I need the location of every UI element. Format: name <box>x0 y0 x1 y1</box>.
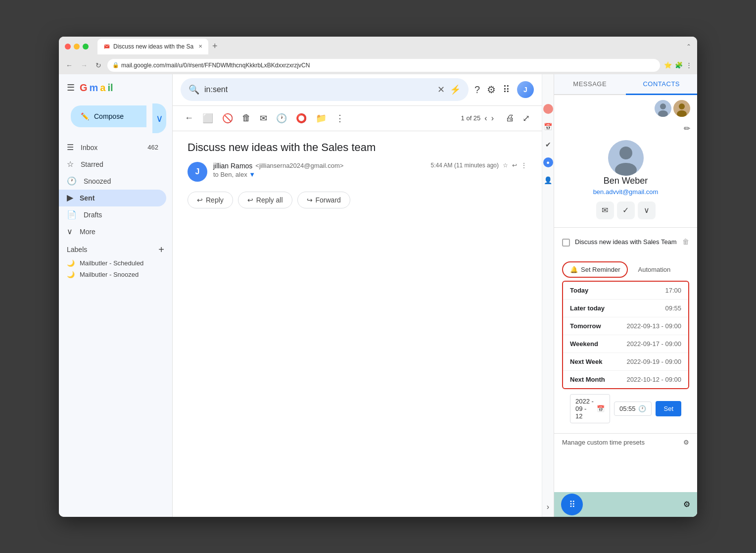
star-email-btn[interactable]: ☆ <box>503 162 508 169</box>
sidebar-item-starred[interactable]: ☆ Starred <box>59 156 166 173</box>
hamburger-menu-icon[interactable]: ☰ <box>67 82 75 93</box>
contact-email[interactable]: ben.advvit@gmail.com <box>593 188 659 196</box>
tab-message[interactable]: MESSAGE <box>554 74 626 94</box>
email-options-btn[interactable]: ⋮ <box>521 162 527 169</box>
strip-expand-btn[interactable]: › <box>543 502 553 512</box>
inbox-count: 462 <box>147 144 158 151</box>
move-to-btn[interactable]: 📁 <box>314 111 329 126</box>
reply-button[interactable]: ↩ Reply <box>188 192 233 208</box>
menu-icon[interactable]: ⋮ <box>686 61 692 69</box>
panel-bottom-bar: ⠿ ⚙ <box>554 492 697 517</box>
manage-presets[interactable]: Manage custom time presets ⚙ <box>554 433 697 451</box>
reply-all-label: Reply all <box>256 196 283 204</box>
delete-btn[interactable]: 🗑 <box>240 111 253 125</box>
tab-contacts[interactable]: CONTACTS <box>626 74 698 95</box>
help-icon[interactable]: ? <box>474 84 480 96</box>
task-item: Discuss new ideas with Sales Team 🗑 <box>562 234 689 251</box>
task-delete-btn[interactable]: 🗑 <box>682 238 689 246</box>
compose-button[interactable]: ✏️ Compose <box>71 105 146 127</box>
date-time-area: 2022 - 09 - 12 📅 05:55 🕐 Set <box>562 389 689 428</box>
sidebar-item-drafts[interactable]: 📄 Drafts <box>59 206 166 223</box>
tab-bar: Discuss new ideas with the Sa ✕ + <box>97 39 682 54</box>
time-input[interactable]: 05:55 🕐 <box>614 402 652 416</box>
mark-unread-btn[interactable]: ✉ <box>258 111 269 126</box>
reminder-option-later-today[interactable]: Later today 09:55 <box>563 300 688 317</box>
settings-gear-icon[interactable]: ⚙ <box>683 500 690 509</box>
next-week-label: Next Week <box>570 358 603 365</box>
strip-icon-red[interactable] <box>543 104 553 114</box>
search-clear-btn[interactable]: ✕ <box>437 84 445 95</box>
snooze-email-btn[interactable]: 🕐 <box>274 111 289 126</box>
add-task-btn[interactable]: ⭕ <box>294 111 309 126</box>
maximize-window-btn[interactable] <box>83 44 89 50</box>
gmail-logo-g: G <box>80 82 88 94</box>
set-reminder-confirm-btn[interactable]: Set <box>656 401 681 416</box>
task-checkbox[interactable] <box>562 239 570 247</box>
reply-quick-btn[interactable]: ↩ <box>512 162 517 169</box>
contact-check-btn[interactable]: ✓ <box>617 201 635 219</box>
new-tab-btn[interactable]: + <box>212 41 218 51</box>
archive-btn[interactable]: ⬜ <box>200 111 215 126</box>
close-window-btn[interactable] <box>65 44 71 50</box>
forward-nav-btn[interactable]: → <box>79 59 90 71</box>
compose-label: Compose <box>94 112 124 120</box>
extensions-icon[interactable]: 🧩 <box>675 61 683 69</box>
settings-icon[interactable]: ⚙ <box>487 84 496 96</box>
strip-icon-person[interactable]: 👤 <box>543 175 553 185</box>
search-bar[interactable]: 🔍 in:sent ✕ ⚡ <box>181 78 469 101</box>
more-actions-btn[interactable]: ⋮ <box>333 111 346 126</box>
back-to-list-btn[interactable]: ← <box>183 111 195 125</box>
contact-dropdown-btn[interactable]: ∨ <box>638 201 656 219</box>
forward-button[interactable]: ↪ Forward <box>297 192 350 208</box>
automation-button[interactable]: Automation <box>631 262 677 277</box>
time-value: 05:55 <box>619 405 636 412</box>
apps-grid-icon[interactable]: ⠿ <box>503 84 510 96</box>
next-email-btn[interactable]: › <box>491 114 494 123</box>
reminder-option-next-week[interactable]: Next Week 2022-09-19 - 09:00 <box>563 353 688 371</box>
more-label: More <box>80 228 95 236</box>
labels-add-icon[interactable]: + <box>158 244 164 255</box>
gmail-logo-a: a <box>100 82 105 94</box>
reply-icon: ↩ <box>197 196 203 204</box>
strip-icon-calendar[interactable]: 📅 <box>543 122 553 132</box>
reminder-option-weekend[interactable]: Weekend 2022-09-17 - 09:00 <box>563 335 688 353</box>
compose-dropdown-btn[interactable]: ∨ <box>152 103 166 133</box>
strip-icon-task[interactable]: ✔ <box>543 140 553 150</box>
sidebar-item-snoozed[interactable]: 🕐 Snoozed <box>59 173 166 190</box>
sidebar-item-more[interactable]: ∨ More <box>59 223 166 240</box>
snoozed-label-text: Mailbutler - Snoozed <box>80 271 139 278</box>
user-avatar[interactable]: J <box>517 81 534 98</box>
floating-action-btn[interactable]: ⠿ <box>561 494 583 515</box>
strip-icon-blue[interactable]: ● <box>543 157 553 167</box>
recipients-dropdown[interactable]: ▼ <box>249 171 255 178</box>
sidebar-item-sent[interactable]: ▶ Sent <box>59 190 166 206</box>
contact-avatar-2[interactable] <box>673 100 690 117</box>
reminder-option-next-month[interactable]: Next Month 2022-10-12 - 09:00 <box>563 371 688 388</box>
open-in-new-btn[interactable]: ⤢ <box>520 111 532 126</box>
edit-contact-btn[interactable]: ✏ <box>554 122 697 135</box>
weekend-time: 2022-09-17 - 09:00 <box>626 340 681 348</box>
label-item-scheduled[interactable]: 🌙 Mailbutler - Scheduled <box>67 257 164 269</box>
date-input[interactable]: 2022 - 09 - 12 📅 <box>570 394 610 423</box>
reply-all-button[interactable]: ↩ Reply all <box>238 192 292 208</box>
contact-email-btn[interactable]: ✉ <box>596 201 614 219</box>
report-spam-btn[interactable]: 🚫 <box>220 111 235 126</box>
sidebar-item-inbox[interactable]: ☰ Inbox 462 <box>59 139 166 156</box>
prev-email-btn[interactable]: ‹ <box>484 114 487 123</box>
reminder-option-tomorrow[interactable]: Tomorrow 2022-09-13 - 09:00 <box>563 317 688 335</box>
set-reminder-button[interactable]: 🔔 Set Reminder <box>562 261 628 278</box>
minimize-window-btn[interactable] <box>74 44 80 50</box>
active-tab[interactable]: Discuss new ideas with the Sa ✕ <box>97 39 208 54</box>
presets-settings-icon[interactable]: ⚙ <box>683 439 689 446</box>
label-item-snoozed[interactable]: 🌙 Mailbutler - Snoozed <box>67 269 164 280</box>
tomorrow-time: 2022-09-13 - 09:00 <box>626 322 681 330</box>
reminder-option-today[interactable]: Today 17:00 <box>563 282 688 300</box>
bookmark-icon[interactable]: ⭐ <box>664 61 672 69</box>
refresh-btn[interactable]: ↻ <box>94 59 103 71</box>
back-nav-btn[interactable]: ← <box>64 59 75 71</box>
contact-avatar-1[interactable] <box>655 100 671 117</box>
tab-close-btn[interactable]: ✕ <box>198 44 202 49</box>
print-btn[interactable]: 🖨 <box>504 111 517 126</box>
search-filter-icon[interactable]: ⚡ <box>450 84 461 95</box>
address-bar[interactable]: 🔒 mail.google.com/mail/u/0/#sent/FFNDWMt… <box>107 59 660 72</box>
